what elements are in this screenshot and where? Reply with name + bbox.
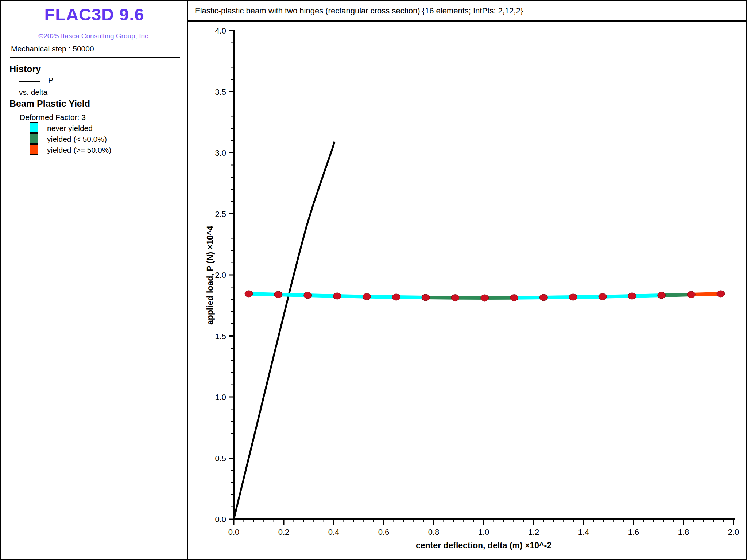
beam-node-dot <box>539 294 547 301</box>
x-tick-label: 2.0 <box>728 528 739 537</box>
beam-node-dot <box>510 295 518 301</box>
x-tick-label: 0.8 <box>428 528 440 537</box>
x-tick-label: 0.4 <box>328 528 340 537</box>
x-tick-label: 1.6 <box>628 528 639 537</box>
beam-element <box>396 297 426 298</box>
y-tick-label: 0.0 <box>215 515 226 524</box>
y-tick-label: 2.5 <box>215 210 226 219</box>
x-tick-label: 1.4 <box>578 528 589 537</box>
x-tick-label: 0.0 <box>228 528 240 537</box>
x-tick-label: 0.6 <box>378 528 390 537</box>
beam-element <box>543 297 573 298</box>
history-curve-line <box>234 142 334 519</box>
y-axis-label: applied load, P (N) ×10^4 <box>205 226 215 325</box>
beam-node-dot <box>569 294 577 300</box>
beam-element <box>662 295 692 295</box>
beam-node-dot <box>245 291 253 297</box>
beam-element <box>249 294 278 295</box>
beam-element <box>367 297 396 297</box>
beam-node-dot <box>658 292 666 299</box>
beam-element <box>426 298 455 298</box>
beam-node-dot <box>363 293 371 300</box>
beam-yield-overlay <box>245 291 725 301</box>
x-axis-label: center deflection, delta (m) ×10^-2 <box>416 541 551 550</box>
beam-element <box>573 297 603 297</box>
history-curve <box>234 142 334 519</box>
y-tick-label: 1.0 <box>215 393 226 402</box>
beam-node-dot <box>422 294 430 301</box>
beam-element <box>514 298 544 298</box>
y-tick-label: 4.0 <box>215 26 226 35</box>
y-tick-label: 1.5 <box>215 332 226 341</box>
beam-element <box>691 294 721 295</box>
plot-canvas: 0.00.51.01.52.02.53.03.54.0 0.00.20.40.6… <box>1 1 747 560</box>
beam-element <box>278 295 308 295</box>
beam-node-dot <box>274 291 282 298</box>
x-tick-label: 1.2 <box>528 528 539 537</box>
beam-node-dot <box>628 293 636 299</box>
y-tick-label: 2.0 <box>215 271 226 280</box>
beam-element <box>337 296 367 297</box>
x-tick-label: 1.0 <box>478 528 489 537</box>
beam-node-dot <box>451 295 459 301</box>
y-tick-label: 3.0 <box>215 148 226 158</box>
y-tick-label: 0.5 <box>215 454 226 463</box>
x-tick-label: 1.8 <box>678 528 689 537</box>
beam-node-dot <box>687 291 695 298</box>
beam-element <box>632 295 662 296</box>
x-tick-label: 0.2 <box>278 528 290 537</box>
beam-element <box>603 296 632 297</box>
y-axis: 0.00.51.01.52.02.53.03.54.0 <box>215 26 234 524</box>
flac3d-window: FLAC3D 9.6 ©2025 Itasca Consulting Group… <box>0 0 747 560</box>
x-axis: 0.00.20.40.60.81.01.21.41.61.82.0 <box>228 519 739 537</box>
beam-node-dot <box>392 294 400 300</box>
beam-node-dot <box>481 295 489 301</box>
beam-node-dot <box>599 293 607 300</box>
beam-node-dot <box>333 293 341 299</box>
y-tick-label: 3.5 <box>215 88 226 97</box>
beam-node-dot <box>304 292 312 299</box>
beam-node-dot <box>717 291 725 297</box>
beam-element <box>308 295 337 296</box>
